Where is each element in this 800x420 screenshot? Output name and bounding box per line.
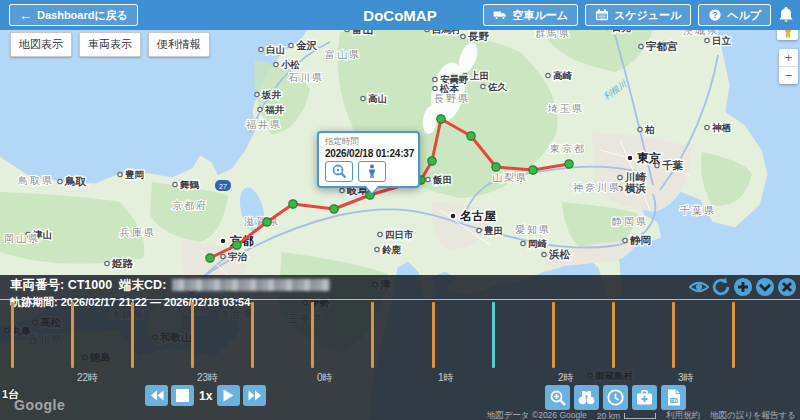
timeline-tick[interactable] (371, 302, 374, 368)
route-point[interactable] (206, 254, 214, 262)
play-button[interactable] (217, 385, 240, 406)
city-dot (521, 241, 525, 245)
route-point[interactable] (529, 166, 537, 174)
city-dot (433, 86, 437, 90)
map-label: 神栖 (711, 122, 732, 133)
fast-forward-button[interactable] (243, 385, 266, 406)
city-dot (173, 182, 177, 186)
map-label: 金沢 (295, 39, 318, 51)
timeline-hour-label: 0時 (317, 371, 333, 385)
route-point[interactable] (233, 241, 241, 249)
terminal-cd-redacted (172, 279, 330, 291)
timeline-tick[interactable] (11, 302, 14, 368)
popup-streetview-button[interactable] (358, 161, 386, 182)
route-point[interactable] (428, 157, 436, 165)
collapse-icon[interactable] (755, 277, 775, 297)
city-dot (118, 172, 122, 176)
route-point[interactable] (289, 200, 297, 208)
schedule-button-label: スケジュール (614, 8, 681, 23)
report-error-link[interactable]: 地図の誤りを報告する (710, 410, 796, 420)
city-dot (638, 127, 642, 131)
timeline-tick[interactable] (131, 302, 134, 368)
city-dot (542, 252, 546, 256)
city-dot (361, 96, 365, 100)
timeline-tick[interactable] (311, 302, 314, 368)
bell-icon[interactable] (778, 6, 794, 24)
question-icon: ? (708, 9, 722, 21)
route-point[interactable] (467, 132, 475, 140)
schedule-button[interactable]: スケジュール (585, 4, 691, 26)
close-icon[interactable] (777, 277, 797, 297)
city-dot (378, 232, 382, 236)
popup-locate-button[interactable] (325, 161, 353, 182)
map-label: 白山 (266, 44, 285, 55)
timeline[interactable] (0, 302, 800, 368)
csv-export-icon: CSV (667, 389, 681, 406)
route-point[interactable] (565, 160, 573, 168)
city-dot (639, 44, 643, 48)
timeline-tick[interactable] (191, 302, 194, 368)
help-button[interactable]: ? ヘルプ (698, 4, 771, 26)
timeline-selected-marker[interactable] (492, 302, 495, 368)
map-label: 石川県 (288, 72, 324, 83)
map-label: 上田 (469, 70, 489, 81)
timeline-tick[interactable] (612, 302, 615, 368)
map-label: 小松 (280, 59, 301, 70)
timeline-tick[interactable] (432, 302, 435, 368)
timeline-hour-labels: 22時23時0時1時2時3時 (0, 371, 800, 383)
route-point[interactable] (263, 218, 271, 226)
timeline-tick[interactable] (732, 302, 735, 368)
track-csv-export-button[interactable]: CSV (661, 385, 686, 410)
city-dot (705, 38, 709, 42)
plus-icon[interactable] (733, 277, 753, 297)
city-dot (433, 77, 437, 81)
calendar-icon (595, 9, 609, 21)
route-point[interactable] (330, 205, 338, 213)
timeline-tick[interactable] (552, 302, 555, 368)
track-time-button[interactable] (603, 385, 628, 410)
clock-icon (607, 389, 624, 406)
aid-kit-icon (636, 390, 653, 405)
city-dot (375, 247, 379, 251)
empty-truck-room-button[interactable]: 空車ルーム (483, 4, 578, 26)
eye-icon[interactable] (689, 277, 709, 297)
app-header: ← Dashboardに戻る DoCoMAP 空車ルーム (0, 0, 800, 30)
map-label: 鈴鹿 (381, 244, 402, 255)
timeline-tick[interactable] (672, 302, 675, 368)
city-dot (255, 92, 259, 96)
map-label: 豊岡 (124, 169, 144, 180)
timeline-tick[interactable] (71, 302, 74, 368)
scale-label: 20 km (597, 411, 620, 420)
map-label: 静岡県 (611, 216, 648, 227)
vehicle-display-button[interactable]: 車両表示 (79, 32, 141, 57)
vehicle-number-value: CT1000 (68, 278, 112, 292)
map-label: 豊田 (483, 225, 503, 236)
zoom-out-button[interactable]: − (779, 67, 798, 84)
stop-button[interactable] (171, 385, 194, 406)
timeline-hour-label: 22時 (77, 371, 98, 385)
rewind-button[interactable] (145, 385, 168, 406)
terms-link[interactable]: 利用規約 (666, 410, 700, 420)
back-button-label: Dashboardに戻る (37, 8, 128, 23)
track-find-button[interactable] (574, 385, 599, 410)
map-display-button[interactable]: 地図表示 (10, 32, 72, 57)
refresh-icon[interactable] (711, 277, 731, 297)
popup-timestamp: 2026/02/18 01:24:37 (325, 148, 412, 159)
map-toolbar: 地図表示 車両表示 便利情報 (10, 32, 210, 57)
city-dot (105, 261, 109, 265)
track-kit-button[interactable] (632, 385, 657, 410)
map-label: 富山県 (325, 49, 361, 60)
play-icon (223, 389, 234, 402)
city-dot (274, 62, 278, 66)
route-point[interactable] (437, 115, 445, 123)
useful-info-button[interactable]: 便利情報 (148, 32, 210, 57)
route-point[interactable] (492, 163, 500, 171)
map-data-credit: 地図データ ©2026 Google (487, 410, 587, 420)
back-to-dashboard-button[interactable]: ← Dashboardに戻る (9, 4, 138, 26)
timeline-tick[interactable] (251, 302, 254, 368)
zoom-in-button[interactable]: + (779, 49, 798, 67)
map-label: 埼玉県 (547, 103, 584, 114)
track-zoom-button[interactable] (545, 385, 570, 410)
map-label: 浜松 (548, 248, 571, 260)
map-label: 鳥取 (64, 175, 87, 187)
